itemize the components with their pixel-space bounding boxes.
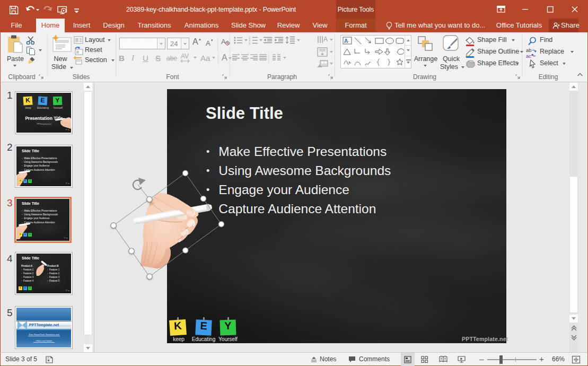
svg-text:ac: ac (526, 53, 531, 58)
svg-text:A: A (221, 38, 226, 46)
svg-text:A: A (344, 38, 348, 44)
svg-text:ab: ab (526, 48, 532, 53)
svg-text:3: 3 (249, 42, 250, 45)
svg-text:A: A (323, 36, 328, 43)
